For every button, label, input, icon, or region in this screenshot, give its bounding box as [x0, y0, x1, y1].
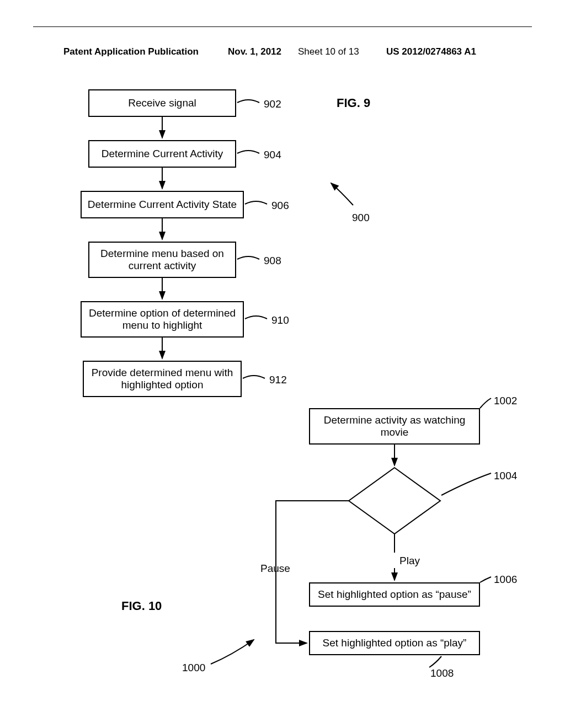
leader-1004	[441, 473, 491, 495]
header-rule	[33, 26, 532, 27]
ref-num-1002: 1002	[494, 395, 517, 407]
flow-step-label: Determine Current Activity	[102, 148, 223, 160]
flow-step-902: Receive signal	[88, 89, 236, 117]
leader-902	[237, 100, 259, 103]
leader-908	[237, 256, 259, 259]
flow-step-label: Determine activity as watching movie	[315, 414, 475, 438]
page-header: Patent Application Publication Nov. 1, 2…	[0, 46, 565, 60]
ref-num-904: 904	[264, 149, 281, 161]
flow-step-label: Provide determined menu with highlighted…	[88, 367, 236, 391]
header-publication: Patent Application Publication	[63, 46, 199, 57]
leader-912	[243, 376, 265, 378]
figure-10-title: FIG. 10	[121, 599, 162, 613]
ref-num-900: 900	[352, 212, 370, 224]
flow-step-1008: Set highlighted option as “play”	[309, 631, 480, 655]
branch-label-pause: Pause	[260, 563, 290, 575]
branch-label-play: Play	[399, 555, 420, 567]
flow-step-1006: Set highlighted option as “pause”	[309, 582, 480, 607]
flow-step-904: Determine Current Activity	[88, 140, 236, 168]
flow-step-label: Determine Current Activity State	[88, 199, 237, 211]
flow-step-label: Set highlighted option as “pause”	[318, 588, 471, 601]
flow-decision-1004-text: State of movie watching?	[356, 490, 433, 514]
flow-step-label: Receive signal	[128, 97, 196, 109]
ref-num-902: 902	[264, 98, 281, 110]
flow-step-910: Determine option of determined menu to h…	[81, 301, 244, 338]
flow-step-908: Determine menu based on current activity	[88, 242, 236, 278]
leader-900	[331, 183, 353, 205]
ref-num-910: 910	[271, 314, 289, 326]
header-date: Nov. 1, 2012	[228, 46, 281, 57]
leader-910	[245, 316, 267, 319]
header-pubnumber: US 2012/0274863 A1	[386, 46, 476, 57]
ref-num-906: 906	[271, 200, 289, 212]
leader-1000	[211, 640, 254, 664]
ref-num-908: 908	[264, 255, 281, 267]
ref-num-1006: 1006	[494, 574, 517, 586]
flow-step-label: Determine option of determined menu to h…	[86, 307, 238, 331]
leader-904	[237, 151, 259, 153]
ref-num-912: 912	[269, 374, 287, 386]
ref-num-1008: 1008	[430, 667, 454, 679]
flow-step-912: Provide determined menu with highlighted…	[83, 361, 242, 397]
ref-num-1004: 1004	[494, 470, 517, 482]
figure-9-title: FIG. 9	[337, 96, 370, 110]
flow-step-906: Determine Current Activity State	[81, 191, 244, 218]
ref-num-1000: 1000	[182, 662, 205, 674]
leader-1008	[429, 656, 441, 667]
flow-step-label: Set highlighted option as “play”	[323, 637, 467, 649]
leader-1006	[480, 577, 491, 582]
flow-step-1002: Determine activity as watching movie	[309, 408, 480, 445]
leader-906	[245, 201, 267, 204]
flow-step-label: Determine menu based on current activity	[94, 248, 231, 272]
leader-1002	[480, 398, 491, 408]
header-sheet: Sheet 10 of 13	[298, 46, 359, 57]
